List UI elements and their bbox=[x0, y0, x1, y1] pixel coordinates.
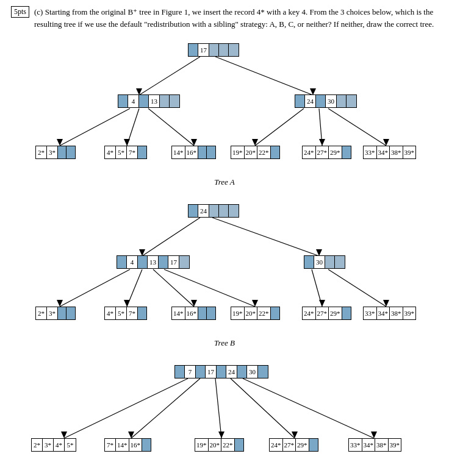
ptr-cell bbox=[258, 366, 268, 378]
key-cell: 17 bbox=[198, 44, 209, 56]
svg-marker-37 bbox=[61, 432, 67, 438]
ptr-cell bbox=[229, 44, 239, 56]
svg-marker-29 bbox=[252, 300, 258, 307]
tree-b-label: Tree B bbox=[11, 338, 438, 348]
ptr-cell bbox=[219, 44, 229, 56]
leaf-ptr bbox=[235, 439, 243, 451]
ptr-cell bbox=[196, 366, 206, 378]
svg-line-4 bbox=[148, 108, 194, 146]
svg-line-32 bbox=[64, 378, 188, 438]
tree-a-leaf1: 2* 3* bbox=[35, 146, 76, 159]
leaf-val: 5* bbox=[116, 307, 127, 319]
tree-a-leaf2: 4* 5* 7* bbox=[104, 146, 147, 159]
tree-c-section: 7 17 24 30 2* 3* 4* 5* bbox=[11, 359, 438, 476]
leaf-val: 33* bbox=[364, 146, 377, 158]
leaf-ptr bbox=[138, 146, 146, 158]
svg-line-36 bbox=[243, 378, 374, 438]
svg-line-21 bbox=[164, 269, 255, 307]
ptr-cell bbox=[219, 205, 229, 217]
ptr-cell bbox=[139, 95, 149, 107]
svg-line-23 bbox=[328, 269, 386, 307]
key-cell: 13 bbox=[148, 256, 159, 268]
leaf-ptr bbox=[207, 146, 215, 158]
ptr-cell bbox=[217, 366, 226, 378]
tree-a-leaf6: 33* 34* 38* 39* bbox=[363, 146, 416, 159]
svg-marker-30 bbox=[319, 300, 325, 307]
leaf-val: 7* bbox=[127, 307, 138, 319]
ptr-cell bbox=[175, 366, 185, 378]
leaf-val: 39* bbox=[403, 307, 416, 319]
tree-a-leaf3: 14* 16* bbox=[171, 146, 216, 159]
tree-c-leaf5: 33* 34* 38* 39* bbox=[348, 438, 401, 452]
leaf-ptr bbox=[66, 146, 75, 158]
tree-c-leaf4: 24* 27* 29* bbox=[269, 438, 318, 452]
key-cell: 13 bbox=[149, 95, 160, 107]
ptr-cell bbox=[229, 205, 239, 217]
tree-b-leaf1: 2* 3* bbox=[35, 307, 76, 320]
ptr-cell bbox=[138, 256, 148, 268]
ptr-cell bbox=[347, 95, 356, 107]
key-cell: 24 bbox=[198, 205, 209, 217]
leaf-val: 29* bbox=[329, 146, 342, 158]
leaf-val: 2* bbox=[32, 439, 43, 451]
leaf-val: 4* bbox=[54, 439, 65, 451]
tree-c-wrap: 7 17 24 30 2* 3* 4* 5* bbox=[14, 359, 435, 475]
leaf-val: 16* bbox=[185, 307, 199, 319]
leaf-val: 38* bbox=[375, 439, 389, 451]
tree-a-container: 17 4 13 24 bbox=[14, 37, 435, 171]
leaf-val: 24* bbox=[303, 146, 316, 158]
svg-marker-11 bbox=[124, 139, 130, 146]
svg-marker-26 bbox=[57, 300, 63, 307]
svg-line-22 bbox=[312, 269, 322, 307]
tree-c-root: 7 17 24 30 bbox=[174, 365, 268, 378]
leaf-val: 7* bbox=[127, 146, 138, 158]
leaf-val: 29* bbox=[329, 307, 342, 319]
leaf-val: 3* bbox=[43, 439, 54, 451]
leaf-val: 16* bbox=[185, 146, 199, 158]
svg-line-20 bbox=[153, 269, 194, 307]
leaf-val: 14* bbox=[172, 307, 185, 319]
tree-a-wrap: 17 4 13 24 bbox=[14, 37, 435, 171]
leaf-val: 33* bbox=[364, 307, 377, 319]
svg-marker-12 bbox=[191, 139, 197, 146]
leaf-val: 20* bbox=[245, 146, 258, 158]
tree-b-leaf5: 24* 27* 29* bbox=[302, 307, 351, 320]
ptr-cell bbox=[189, 205, 198, 217]
leaf-val: 29* bbox=[296, 439, 309, 451]
svg-line-33 bbox=[131, 378, 200, 438]
leaf-ptr bbox=[58, 146, 66, 158]
leaf-ptr bbox=[342, 146, 351, 158]
ptr-cell bbox=[209, 44, 219, 56]
leaf-val: 38* bbox=[390, 307, 403, 319]
tree-b-root: 24 bbox=[188, 204, 239, 218]
ptr-cell bbox=[189, 44, 198, 56]
leaf-val: 7* bbox=[105, 439, 116, 451]
tree-b-left-internal: 4 13 17 bbox=[117, 255, 190, 269]
leaf-val: 39* bbox=[403, 146, 416, 158]
key-cell: 17 bbox=[168, 256, 179, 268]
ptr-cell bbox=[170, 95, 179, 107]
page: 5pts (c) Starting from the original B⁺ t… bbox=[0, 0, 449, 476]
tree-a-right-internal: 24 30 bbox=[295, 94, 357, 108]
tree-a-leaf4: 19* 20* 22* bbox=[231, 146, 280, 159]
leaf-ptr bbox=[207, 307, 215, 319]
question-header: 5pts (c) Starting from the original B⁺ t… bbox=[11, 6, 438, 30]
svg-line-2 bbox=[60, 108, 130, 146]
ptr-cell bbox=[304, 256, 314, 268]
svg-marker-13 bbox=[252, 139, 258, 146]
leaf-val: 20* bbox=[209, 439, 222, 451]
key-cell: 17 bbox=[206, 366, 217, 378]
pts-box: 5pts bbox=[11, 6, 29, 18]
leaf-val: 19* bbox=[231, 146, 245, 158]
ptr-cell bbox=[179, 256, 189, 268]
leaf-val: 4* bbox=[105, 146, 116, 158]
leaf-val: 24* bbox=[270, 439, 283, 451]
tree-a-section: 17 4 13 24 bbox=[11, 37, 438, 187]
leaf-val: 34* bbox=[377, 307, 390, 319]
key-cell: 30 bbox=[247, 366, 258, 378]
leaf-val: 19* bbox=[231, 307, 245, 319]
leaf-val: 27* bbox=[316, 307, 329, 319]
svg-line-34 bbox=[215, 378, 221, 438]
svg-marker-15 bbox=[383, 139, 389, 146]
leaf-val: 24* bbox=[303, 307, 316, 319]
